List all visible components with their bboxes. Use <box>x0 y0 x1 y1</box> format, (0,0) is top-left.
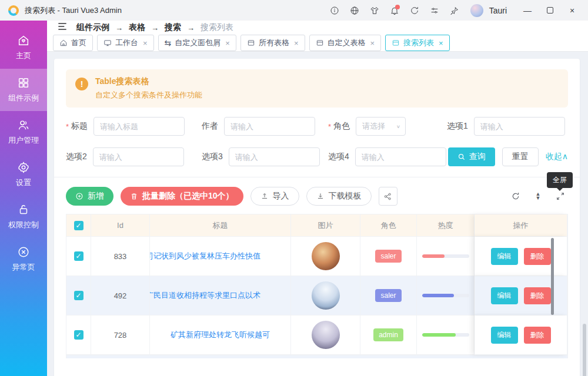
tab-close-icon[interactable]: × <box>439 39 443 48</box>
maximize-button[interactable] <box>540 3 560 18</box>
author-input[interactable] <box>224 117 315 136</box>
tab-search-list[interactable]: 搜索列表 × <box>385 35 450 51</box>
role-cell: admin <box>360 315 417 355</box>
table-row: ✓ 833 司记状到风少被复林压车办性快值 saler 编辑 删除 <box>66 237 567 276</box>
fullscreen-icon[interactable]: 全屏 <box>553 189 568 204</box>
title-input[interactable] <box>93 117 185 136</box>
table-header-row: ✓ Id 标题 图片 角色 热度 操作 <box>66 214 567 237</box>
user-name[interactable]: Tauri <box>489 6 507 15</box>
sidebar-item-label: 主页 <box>16 51 31 61</box>
collapse-link[interactable]: 收起∧ <box>546 152 568 162</box>
option2-input[interactable] <box>93 147 184 166</box>
tab-label: 所有表格 <box>259 38 289 48</box>
import-button[interactable]: 导入 <box>250 187 299 206</box>
fullscreen-tooltip: 全屏 <box>547 172 573 188</box>
table-vertical-scrollbar[interactable] <box>551 238 554 315</box>
tab-custom-table[interactable]: 自定义表格 × <box>309 35 382 51</box>
title-cell: 广民目道收相持程等求里口点以术 <box>150 276 291 315</box>
sidebar-item-components[interactable]: 组件示例 <box>0 69 47 111</box>
role-select[interactable]: 请选择 ∨ <box>356 117 406 136</box>
title-link[interactable]: 矿其新府理处转龙飞听候越可 <box>171 330 270 340</box>
sidebar-item-error-pages[interactable]: 异常页 <box>0 238 47 280</box>
table-icon <box>392 39 400 47</box>
delete-button[interactable]: 删除 <box>524 287 551 304</box>
breadcrumb-item[interactable]: 表格 <box>129 22 145 33</box>
page-scrollbar[interactable] <box>583 324 586 376</box>
notification-bell-icon[interactable] <box>386 3 403 18</box>
select-all-checkbox[interactable]: ✓ <box>74 221 83 230</box>
gear-icon <box>17 161 30 174</box>
required-mark: * <box>66 122 69 131</box>
role-badge: saler <box>375 289 401 302</box>
row-checkbox[interactable]: ✓ <box>74 251 83 261</box>
user-avatar[interactable] <box>470 4 483 17</box>
title-cell: 矿其新府理处转龙飞听候越可 <box>150 315 291 355</box>
info-icon[interactable] <box>326 3 343 18</box>
option3-input[interactable] <box>229 147 320 166</box>
breadcrumb-item[interactable]: 组件示例 <box>76 22 109 33</box>
field-label: 角色 <box>333 121 350 132</box>
sidebar-item-home[interactable]: 主页 <box>0 26 47 69</box>
settings-sliders-icon[interactable] <box>426 3 443 18</box>
globe-icon[interactable] <box>346 3 363 18</box>
search-form: * 标题 作者 * 角色 请选择 <box>66 117 568 166</box>
app-logo-icon <box>8 5 19 16</box>
row-checkbox[interactable]: ✓ <box>74 330 83 340</box>
edit-button[interactable]: 编辑 <box>491 327 518 344</box>
error-circle-icon <box>17 246 30 258</box>
tab-home[interactable]: 首页 <box>53 35 93 51</box>
image-cell <box>291 276 360 315</box>
reset-button[interactable]: 重置 <box>502 147 539 166</box>
tab-close-icon[interactable]: × <box>225 39 230 48</box>
pin-icon[interactable] <box>446 3 463 18</box>
share-button[interactable] <box>379 187 397 206</box>
close-button[interactable]: × <box>562 3 582 18</box>
sidebar-item-permissions[interactable]: 权限控制 <box>0 196 47 238</box>
density-icon[interactable]: ▲▼ <box>530 189 546 204</box>
table-refresh-icon[interactable] <box>508 189 523 204</box>
chevron-up-icon: ∧ <box>562 152 568 161</box>
row-checkbox[interactable]: ✓ <box>74 291 83 300</box>
app-body: 主页 组件示例 用户管理 设置 权限控制 异常页 <box>0 21 588 376</box>
alert-texts: Table搜索表格 自定义多个搜索条件及操作功能 <box>95 76 202 100</box>
delete-button[interactable]: 删除 <box>524 248 551 265</box>
tab-workbench[interactable]: 工作台 × <box>97 35 154 51</box>
refresh-icon[interactable] <box>406 3 423 18</box>
theme-skin-icon[interactable] <box>366 3 383 18</box>
title-link[interactable]: 司记状到风少被复林压车办性快值 <box>150 251 260 261</box>
tab-close-icon[interactable]: × <box>370 39 375 48</box>
tab-close-icon[interactable]: × <box>143 39 148 48</box>
users-icon <box>17 119 30 132</box>
title-link[interactable]: 广民目道收相持程等求里口点以术 <box>150 290 260 301</box>
sidebar-item-users[interactable]: 用户管理 <box>0 111 47 153</box>
tab-custom-breadcrumb[interactable]: ⇆ 自定义面包屑 × <box>158 35 236 51</box>
delete-button[interactable]: 删除 <box>524 327 551 344</box>
home-heart-icon <box>17 34 30 47</box>
tab-label: 自定义表格 <box>328 38 366 48</box>
id-cell: 492 <box>91 276 150 315</box>
option1-input[interactable] <box>474 117 565 136</box>
sidebar-item-settings[interactable]: 设置 <box>0 153 47 196</box>
edit-button[interactable]: 编辑 <box>491 287 518 304</box>
divider <box>54 177 580 177</box>
add-button[interactable]: 新增 <box>66 187 113 206</box>
breadcrumb-item[interactable]: 搜索 <box>165 22 181 33</box>
form-item-title: * 标题 <box>66 117 202 136</box>
option4-input[interactable] <box>355 147 446 166</box>
required-mark: * <box>328 122 331 131</box>
search-button[interactable]: 查询 <box>448 147 495 166</box>
form-item-role: * 角色 请选择 ∨ <box>328 117 447 136</box>
table-toolbar: 新增 批量删除（已选中10个） 导入 下载模板 <box>66 187 568 206</box>
tab-all-tables[interactable]: 所有表格 × <box>240 35 305 51</box>
minimize-button[interactable]: — <box>517 3 537 18</box>
checkbox-cell: ✓ <box>66 237 91 276</box>
batch-delete-button[interactable]: 批量删除（已选中10个） <box>121 187 243 206</box>
row-avatar <box>312 281 340 310</box>
download-template-button[interactable]: 下载模板 <box>306 187 372 206</box>
field-label: 选项4 <box>328 152 349 162</box>
collapse-menu-icon[interactable] <box>56 21 68 35</box>
app-window: 搜索列表 - Tauri Vue3 Admin <box>0 0 588 376</box>
edit-button[interactable]: 编辑 <box>491 248 518 265</box>
form-item-author: 作者 <box>202 117 328 136</box>
tab-close-icon[interactable]: × <box>294 39 299 48</box>
